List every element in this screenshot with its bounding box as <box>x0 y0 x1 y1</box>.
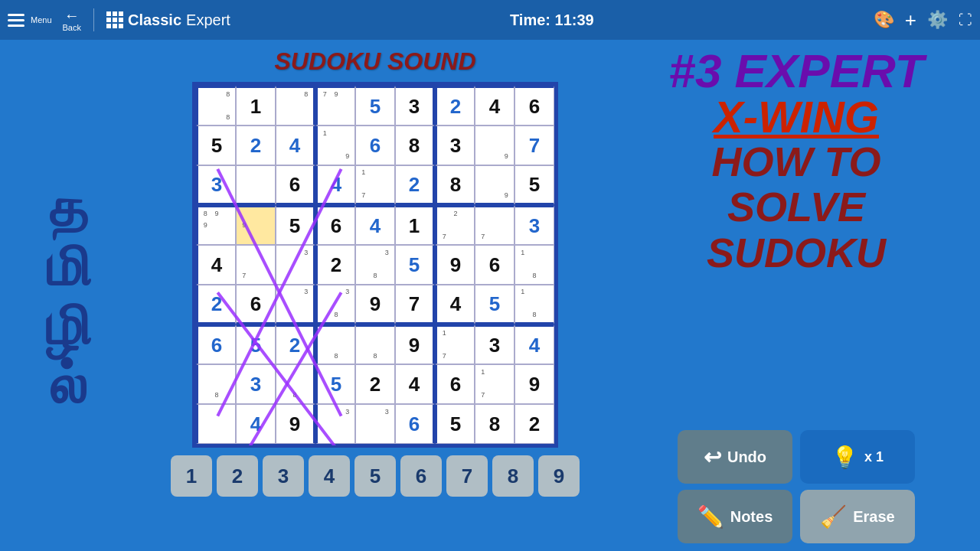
cell-r5-c0[interactable]: 2 <box>196 285 236 324</box>
cell-r4-c2[interactable]: 3 <box>276 245 315 285</box>
cell-r6-c5[interactable]: 9 <box>395 324 435 364</box>
cell-r8-c3[interactable]: 3 <box>315 404 355 444</box>
cell-r2-c1[interactable] <box>236 165 276 205</box>
cell-r7-c6[interactable]: 6 <box>435 364 475 404</box>
cell-r1-c6[interactable]: 3 <box>435 126 475 165</box>
num-8-button[interactable]: 8 <box>492 455 534 497</box>
cell-r5-c8[interactable]: 18 <box>514 285 554 324</box>
cell-r4-c1[interactable]: 7 <box>236 245 276 285</box>
cell-r0-c6[interactable]: 2 <box>435 86 475 126</box>
cell-r2-c5[interactable]: 2 <box>395 165 435 205</box>
cell-r3-c4[interactable]: 4 <box>355 205 395 245</box>
cell-r6-c8[interactable]: 4 <box>514 324 554 364</box>
cell-r7-c4[interactable]: 2 <box>355 364 395 404</box>
num-7-button[interactable]: 7 <box>446 455 488 497</box>
cell-r7-c7[interactable]: 17 <box>475 364 514 404</box>
cell-r0-c1[interactable]: 1 <box>236 86 276 126</box>
cell-r5-c7[interactable]: 5 <box>475 285 514 324</box>
cell-r0-c4[interactable]: 5 <box>355 86 395 126</box>
cell-r1-c7[interactable]: 9 <box>475 126 514 165</box>
cell-r1-c2[interactable]: 4 <box>276 126 315 165</box>
cell-r2-c6[interactable]: 8 <box>435 165 475 205</box>
cell-r6-c0[interactable]: 6 <box>196 324 236 364</box>
cell-r5-c5[interactable]: 7 <box>395 285 435 324</box>
cell-r3-c5[interactable]: 1 <box>395 205 435 245</box>
cell-r8-c1[interactable]: 4 <box>236 404 276 444</box>
back-button[interactable]: ← Back <box>63 8 81 32</box>
cell-r3-c2[interactable]: 5 <box>276 205 315 245</box>
cell-r2-c0[interactable]: 3 <box>196 165 236 205</box>
num-1-button[interactable]: 1 <box>171 455 212 497</box>
notes-button[interactable]: ✏️ Notes <box>678 490 792 543</box>
cell-r1-c3[interactable]: 19 <box>315 126 355 165</box>
cell-r0-c7[interactable]: 4 <box>475 86 514 126</box>
cell-r3-c7[interactable]: 7 <box>475 205 514 245</box>
cell-r2-c2[interactable]: 6 <box>276 165 315 205</box>
cell-r5-c3[interactable]: 38 <box>315 285 355 324</box>
cell-r1-c8[interactable]: 7 <box>514 126 554 165</box>
settings-icon[interactable]: ⚙️ <box>927 10 948 30</box>
cell-r6-c4[interactable]: 8 <box>355 324 395 364</box>
cell-r4-c0[interactable]: 4 <box>196 245 236 285</box>
cell-r0-c2[interactable]: 8 <box>276 86 315 126</box>
num-6-button[interactable]: 6 <box>400 455 442 497</box>
undo-button[interactable]: ↩ Undo <box>678 430 792 484</box>
cell-r6-c6[interactable]: 17 <box>435 324 475 364</box>
cell-r5-c2[interactable]: 3 <box>276 285 315 324</box>
cell-r6-c3[interactable]: 8 <box>315 324 355 364</box>
num-9-button[interactable]: 9 <box>538 455 580 497</box>
cell-r1-c1[interactable]: 2 <box>236 126 276 165</box>
cell-r3-c3[interactable]: 6 <box>315 205 355 245</box>
num-3-button[interactable]: 3 <box>263 455 304 497</box>
cell-r5-c4[interactable]: 9 <box>355 285 395 324</box>
cell-r6-c1[interactable]: 5 <box>236 324 276 364</box>
cell-r4-c6[interactable]: 9 <box>435 245 475 285</box>
erase-button[interactable]: 🧹 Erase <box>800 490 915 543</box>
num-5-button[interactable]: 5 <box>354 455 396 497</box>
cell-r0-c0[interactable]: 88 <box>196 86 236 126</box>
cell-r3-c0[interactable]: 899 <box>196 205 236 245</box>
cell-r6-c7[interactable]: 3 <box>475 324 514 364</box>
cell-r7-c1[interactable]: 3 <box>236 364 276 404</box>
cell-r8-c7[interactable]: 8 <box>475 404 514 444</box>
cell-r7-c5[interactable]: 4 <box>395 364 435 404</box>
cell-r1-c4[interactable]: 6 <box>355 126 395 165</box>
cell-r7-c2[interactable]: 8 <box>276 364 315 404</box>
cell-r1-c5[interactable]: 8 <box>395 126 435 165</box>
cell-r3-c8[interactable]: 3 <box>514 205 554 245</box>
cell-r7-c3[interactable]: 5 <box>315 364 355 404</box>
cell-r4-c7[interactable]: 6 <box>475 245 514 285</box>
cell-r4-c8[interactable]: 18 <box>514 245 554 285</box>
cell-r8-c6[interactable]: 5 <box>435 404 475 444</box>
cell-r7-c0[interactable]: 8 <box>196 364 236 404</box>
cell-r4-c4[interactable]: 38 <box>355 245 395 285</box>
cell-r8-c8[interactable]: 2 <box>514 404 554 444</box>
cell-r3-c1[interactable]: 9 <box>236 205 276 245</box>
cell-r6-c2[interactable]: 2 <box>276 324 315 364</box>
cell-r8-c5[interactable]: 6 <box>395 404 435 444</box>
cell-r2-c8[interactable]: 5 <box>514 165 554 205</box>
cell-r3-c6[interactable]: 27 <box>435 205 475 245</box>
cell-r8-c2[interactable]: 9 <box>276 404 315 444</box>
cell-r0-c3[interactable]: 79 <box>315 86 355 126</box>
num-2-button[interactable]: 2 <box>217 455 258 497</box>
cell-r5-c6[interactable]: 4 <box>435 285 475 324</box>
cell-r2-c3[interactable]: 4 <box>315 165 355 205</box>
cell-r4-c3[interactable]: 2 <box>315 245 355 285</box>
palette-icon[interactable]: 🎨 <box>874 10 894 30</box>
cell-r8-c4[interactable]: 3 <box>355 404 395 444</box>
cell-r7-c8[interactable]: 9 <box>514 364 554 404</box>
add-icon[interactable]: + <box>905 8 916 32</box>
cell-r1-c0[interactable]: 5 <box>196 126 236 165</box>
cell-r8-c0[interactable] <box>196 404 236 444</box>
num-4-button[interactable]: 4 <box>309 455 350 497</box>
cell-r2-c7[interactable]: 9 <box>475 165 514 205</box>
menu-button[interactable] <box>8 14 24 27</box>
cell-r0-c8[interactable]: 6 <box>514 86 554 126</box>
cell-r4-c5[interactable]: 5 <box>395 245 435 285</box>
cell-r5-c1[interactable]: 6 <box>236 285 276 324</box>
hint-button[interactable]: 💡 x 1 <box>800 430 915 484</box>
fullscreen-icon[interactable]: ⛶ <box>959 12 972 28</box>
cell-r0-c5[interactable]: 3 <box>395 86 435 126</box>
cell-r2-c4[interactable]: 17 <box>355 165 395 205</box>
